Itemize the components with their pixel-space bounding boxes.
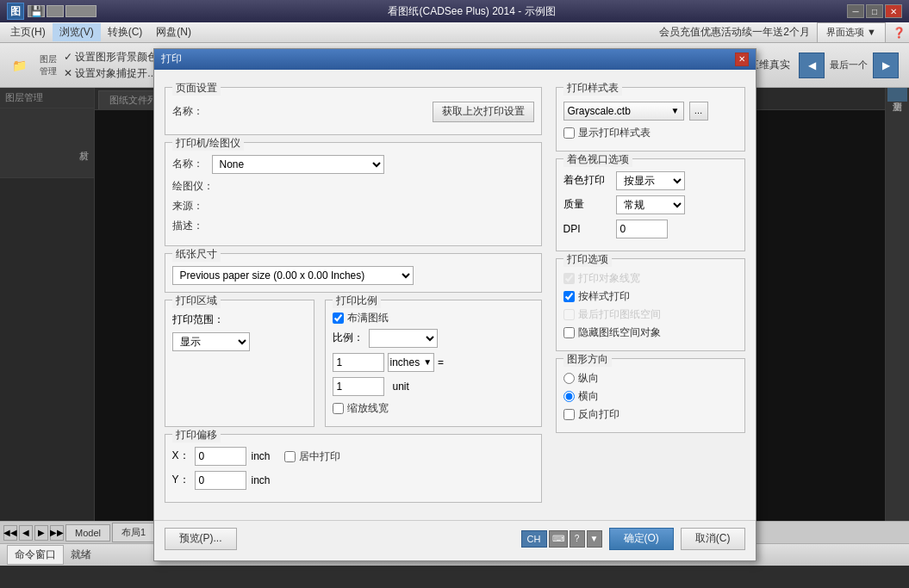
ch-btn[interactable]: CH [521, 530, 547, 548]
color-print-select[interactable]: 按显示 [616, 171, 685, 190]
hide-space-checkbox[interactable] [563, 327, 575, 338]
center-print-checkbox[interactable] [284, 451, 296, 462]
toolbar-menu-items: ✓ 设置图形背景颜色 ✕ 设置对象捕捉开... [62, 48, 159, 83]
main-content: 图层管理 材质 图纸文件列表 示例图 测量 打印 ✕ [0, 88, 909, 521]
scale-equals: = [438, 356, 444, 368]
portrait-radio[interactable] [563, 373, 575, 384]
print-scale-section: 打印比例 布满图纸 比例： [325, 300, 542, 427]
printer-title: 打印机/绘图仪 [172, 136, 244, 151]
set-capture-btn[interactable]: ✕ 设置对象捕捉开... [64, 66, 158, 81]
source-row: 来源： [172, 199, 534, 214]
print-range-select[interactable]: 显示 窗口 范围 图形界限 [172, 332, 250, 351]
spacer [172, 95, 534, 102]
ui-select-btn[interactable]: 界面选项 ▼ [817, 22, 886, 43]
ime-menu-icon[interactable]: ▼ [587, 530, 602, 548]
last-one-label: 最后一个 [826, 57, 871, 73]
page-setup-title: 页面设置 [172, 81, 221, 96]
ctb-select[interactable]: Grayscale.ctb ▼ [563, 102, 684, 121]
paper-size-section: 纸张尺寸 Previous paper size (0.00 x 0.00 In… [165, 253, 542, 293]
layout-1-tab[interactable]: 布局1 [112, 523, 155, 542]
menu-bar-right: 会员充值优惠活动续一年送2个月 界面选项 ▼ ❓ [659, 22, 906, 43]
cancel-btn[interactable]: 取消(C) [681, 528, 745, 550]
ok-btn[interactable]: 确定(O) [609, 528, 674, 550]
quality-label: 质量 [563, 197, 611, 212]
ime-help-icon[interactable]: ? [570, 530, 585, 548]
nav-next-btn[interactable]: ▶ [34, 525, 48, 541]
dpi-label: DPI [563, 223, 611, 235]
printer-name-select[interactable]: None [212, 155, 384, 174]
fit-paper-checkbox[interactable] [333, 313, 344, 324]
portrait-row: 纵向 [563, 371, 738, 386]
orientation-section: 图形方向 纵向 横向 反向打印 [556, 358, 745, 433]
next-nav-btn[interactable]: ▶ [873, 53, 899, 78]
preview-btn[interactable]: 预览(P)... [165, 528, 237, 550]
scale-ratio-select[interactable] [369, 329, 438, 348]
print-dialog: 打印 ✕ 页面设置 名称： 获取上次打印设置 [153, 48, 756, 561]
dialog-title-bar: 打印 ✕ [154, 49, 756, 70]
offset-y-unit: inch [252, 474, 271, 486]
paper-size-select[interactable]: Previous paper size (0.00 x 0.00 Inches) [172, 266, 414, 285]
layout-model-tab[interactable]: Model [65, 524, 110, 542]
scale-unit2-label: unit [393, 381, 409, 393]
menu-cloud[interactable]: 网盘(N) [149, 23, 198, 41]
quality-select[interactable]: 常规 [616, 195, 685, 214]
maximize-btn[interactable]: □ [866, 4, 883, 18]
set-bg-color-btn[interactable]: ✓ 设置图形背景颜色 [64, 50, 158, 65]
file-open-btn[interactable]: 📁 [3, 46, 34, 84]
print-style-section: 打印样式表 Grayscale.ctb ▼ … 显示打印样式表 [556, 87, 745, 152]
offset-y-input[interactable] [195, 471, 246, 490]
menu-main[interactable]: 主页(H) [3, 23, 53, 41]
color-print-label: 着色打印 [563, 173, 611, 188]
nav-prev-btn[interactable]: ◀ [19, 525, 33, 541]
hide-space-label: 隐藏图纸空间对象 [578, 325, 661, 340]
menu-convert[interactable]: 转换(C) [101, 23, 150, 41]
print-area-title: 打印区域 [172, 294, 221, 308]
landscape-row: 横向 [563, 389, 738, 404]
command-window-btn[interactable]: 命令窗口 [7, 545, 64, 565]
toolbar-icon-3[interactable] [65, 5, 97, 17]
toolbar-icon-2[interactable] [47, 5, 64, 17]
help-icon[interactable]: ❓ [893, 27, 906, 39]
last-space-checkbox[interactable] [563, 309, 575, 320]
scale-value-2-input[interactable] [333, 377, 384, 396]
shrink-linewidth-label: 缩放线宽 [347, 401, 389, 416]
offset-row: X： inch 居中打印 [172, 447, 534, 471]
by-style-checkbox[interactable] [563, 291, 575, 302]
obj-width-checkbox[interactable] [563, 273, 575, 284]
plotter-row: 绘图仪： [172, 179, 534, 194]
scale-value-1-input[interactable] [333, 353, 384, 372]
offset-x-input[interactable] [195, 447, 246, 466]
reverse-print-checkbox[interactable] [563, 409, 575, 420]
ime-area: CH ⌨ ? ▼ [521, 530, 602, 548]
printer-name-row: 名称： None [172, 155, 534, 174]
scale-unit-select[interactable]: inches ▼ [388, 353, 435, 372]
minimize-btn[interactable]: ─ [847, 4, 864, 18]
close-btn[interactable]: ✕ [885, 4, 902, 18]
scale-value-row: inches ▼ = [333, 353, 534, 372]
print-options-section: 打印选项 打印对象线宽 按样式打印 最后打印图纸空间 [556, 258, 745, 351]
layer-mgr-btn[interactable]: 图层管理 [36, 46, 60, 84]
dpi-input[interactable] [616, 220, 668, 238]
app-title: 看图纸(CADSee Plus) 2014 - 示例图 [97, 4, 847, 19]
ime-keyboard-icon[interactable]: ⌨ [549, 530, 568, 548]
print-area-section: 打印区域 打印范围： 显示 窗口 范围 图形界限 [165, 300, 314, 427]
save-icon[interactable]: 💾 [28, 5, 45, 17]
scale-unit-label: inches [390, 356, 420, 368]
prev-nav-btn[interactable]: ◀ [799, 53, 825, 78]
print-style-title: 打印样式表 [563, 81, 622, 96]
center-print-label: 居中打印 [299, 449, 340, 464]
shrink-linewidth-checkbox[interactable] [333, 403, 344, 414]
folder-icon: 📁 [9, 57, 29, 74]
landscape-radio[interactable] [563, 391, 575, 402]
hide-space-row: 隐藏图纸空间对象 [563, 325, 738, 340]
show-style-checkbox[interactable] [563, 127, 575, 139]
nav-first-btn[interactable]: ◀◀ [3, 525, 17, 541]
desc-row: 描述： [172, 219, 534, 233]
nav-btns: ◀ 最后一个 ▶ [799, 53, 899, 78]
scale-ratio-label: 比例： [333, 331, 364, 345]
dialog-close-btn[interactable]: ✕ [735, 53, 749, 66]
ctb-edit-btn[interactable]: … [689, 102, 708, 121]
nav-last-btn[interactable]: ▶▶ [50, 525, 64, 541]
fetch-settings-btn[interactable]: 获取上次打印设置 [433, 102, 534, 122]
menu-browse[interactable]: 浏览(V) [53, 23, 101, 41]
